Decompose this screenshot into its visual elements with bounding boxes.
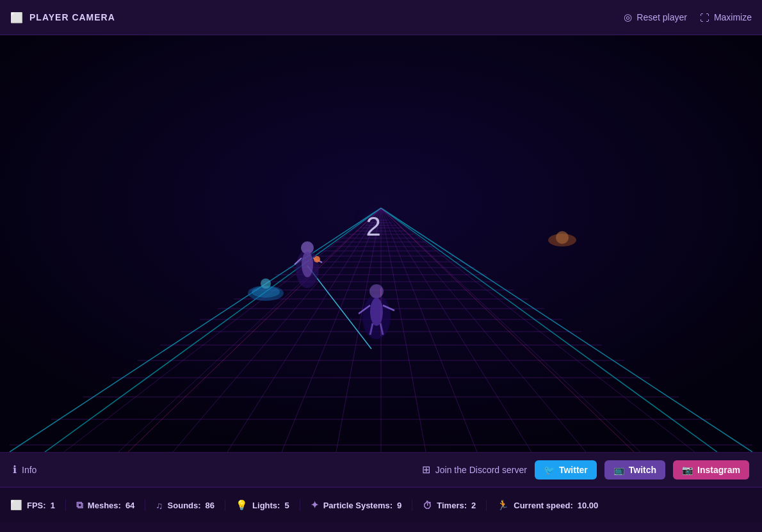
meshes-stat: ⧉ Meshes: 64 bbox=[66, 499, 146, 511]
discord-button[interactable]: ⊞ Join the Discord server bbox=[422, 463, 527, 476]
lights-icon: 💡 bbox=[236, 499, 248, 511]
timers-icon: ⏱ bbox=[423, 500, 432, 511]
fps-icon: ⬜ bbox=[10, 499, 22, 511]
stats-bar: ⬜ FPS: 1 ⧉ Meshes: 64 ♫ Sounds: 86 💡 Lig… bbox=[0, 487, 762, 522]
info-button[interactable]: ℹ Info bbox=[13, 463, 36, 476]
player-camera-title: PLAYER CAMERA bbox=[29, 12, 115, 22]
instagram-icon: 📷 bbox=[682, 465, 693, 475]
timers-stat: ⏱ Timers: 2 bbox=[412, 500, 487, 511]
speed-value: 10.00 bbox=[578, 501, 599, 510]
fps-stat: ⬜ FPS: 1 bbox=[10, 499, 66, 511]
social-buttons: ⊞ Join the Discord server 🐦 Twitter 📺 Tw… bbox=[422, 460, 749, 480]
meshes-label: Meshes: bbox=[88, 501, 121, 510]
meshes-icon: ⧉ bbox=[76, 499, 83, 511]
discord-icon: ⊞ bbox=[422, 463, 430, 476]
lights-value: 5 bbox=[284, 501, 289, 510]
top-bar-right: ◎ Reset player ⛶ Maximize bbox=[624, 12, 752, 23]
fps-label: FPS: bbox=[27, 501, 46, 510]
speed-stat: 🏃 Current speed: 10.00 bbox=[487, 499, 608, 511]
svg-point-55 bbox=[314, 256, 320, 262]
maximize-icon: ⛶ bbox=[700, 12, 709, 23]
twitch-icon: 📺 bbox=[613, 465, 624, 475]
twitch-button[interactable]: 📺 Twitch bbox=[604, 460, 665, 480]
lights-stat: 💡 Lights: 5 bbox=[225, 499, 300, 511]
timers-label: Timers: bbox=[437, 501, 467, 510]
info-icon: ℹ bbox=[13, 463, 17, 476]
sounds-icon: ♫ bbox=[156, 500, 163, 511]
svg-point-65 bbox=[261, 278, 271, 289]
twitter-button[interactable]: 🐦 Twitter bbox=[535, 460, 597, 480]
reset-icon: ◎ bbox=[624, 12, 632, 23]
svg-point-57 bbox=[369, 284, 384, 298]
top-bar-left: ⬜ PLAYER CAMERA bbox=[10, 12, 115, 24]
particle-label: Particle Systems: bbox=[323, 501, 393, 510]
grid-svg bbox=[0, 35, 762, 452]
instagram-button[interactable]: 📷 Instagram bbox=[673, 460, 749, 480]
maximize-button[interactable]: ⛶ Maximize bbox=[700, 12, 752, 23]
lights-label: Lights: bbox=[252, 501, 280, 510]
sounds-stat: ♫ Sounds: 86 bbox=[145, 500, 225, 511]
twitter-icon: 🐦 bbox=[544, 465, 555, 475]
svg-point-52 bbox=[302, 252, 313, 277]
sounds-value: 86 bbox=[206, 501, 215, 510]
particle-value: 9 bbox=[397, 501, 401, 510]
particle-icon: ✦ bbox=[311, 499, 319, 511]
timers-value: 2 bbox=[471, 501, 476, 510]
reset-player-button[interactable]: ◎ Reset player bbox=[624, 12, 687, 23]
fps-value: 1 bbox=[51, 501, 55, 510]
speed-icon: 🏃 bbox=[497, 499, 509, 511]
middle-bar: ℹ Info ⊞ Join the Discord server 🐦 Twitt… bbox=[0, 452, 762, 487]
svg-point-58 bbox=[370, 298, 383, 326]
svg-point-67 bbox=[556, 231, 569, 244]
game-viewport[interactable]: 2 bbox=[0, 35, 762, 452]
speed-label: Current speed: bbox=[514, 501, 572, 510]
particle-stat: ✦ Particle Systems: 9 bbox=[300, 499, 413, 511]
meshes-value: 64 bbox=[126, 501, 134, 510]
sounds-label: Sounds: bbox=[168, 501, 201, 510]
camera-icon: ⬜ bbox=[10, 12, 23, 24]
top-bar: ⬜ PLAYER CAMERA ◎ Reset player ⛶ Maximiz… bbox=[0, 0, 762, 35]
